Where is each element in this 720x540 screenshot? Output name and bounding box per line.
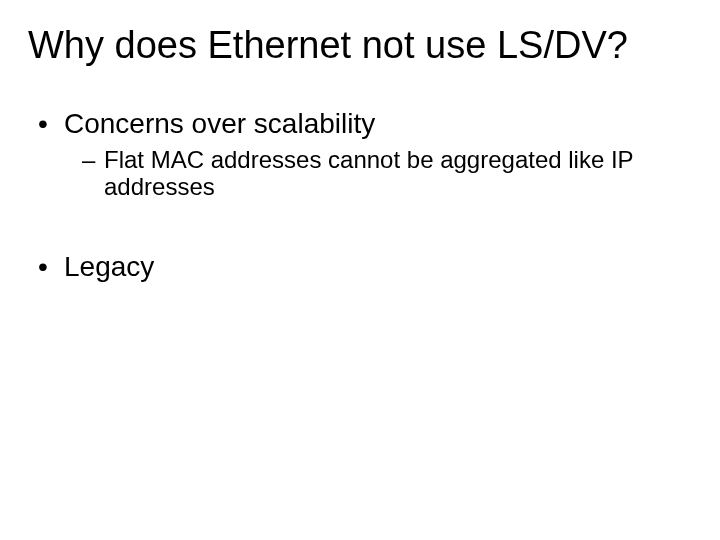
bullet-marker: •	[38, 251, 64, 283]
bullet-text: Flat MAC addresses cannot be aggregated …	[104, 146, 692, 201]
spacer	[28, 207, 692, 251]
bullet-item: • Concerns over scalability	[38, 108, 692, 140]
slide-title: Why does Ethernet not use LS/DV?	[28, 24, 692, 68]
bullet-text: Legacy	[64, 251, 692, 283]
bullet-item: • Legacy	[38, 251, 692, 283]
bullet-text: Concerns over scalability	[64, 108, 692, 140]
sub-bullet-item: – Flat MAC addresses cannot be aggregate…	[82, 146, 692, 201]
slide-body: • Concerns over scalability – Flat MAC a…	[28, 108, 692, 284]
slide: Why does Ethernet not use LS/DV? • Conce…	[0, 0, 720, 540]
bullet-marker: –	[82, 146, 104, 201]
bullet-marker: •	[38, 108, 64, 140]
